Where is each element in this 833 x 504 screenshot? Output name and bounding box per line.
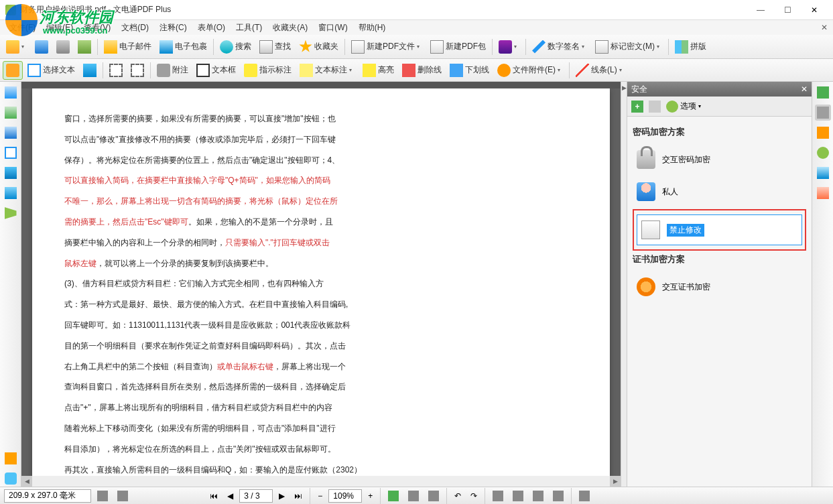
facing-button[interactable] xyxy=(529,489,547,503)
save-button[interactable] xyxy=(31,38,52,56)
scheme-no-modify-highlighted[interactable]: 禁止修改 xyxy=(633,209,806,251)
tab-strip xyxy=(21,82,621,88)
hand-tool-button[interactable] xyxy=(3,61,23,80)
select-image-button[interactable] xyxy=(80,61,100,80)
picture-icon xyxy=(817,167,829,179)
continuous-button[interactable] xyxy=(509,489,527,503)
find-button[interactable]: 查找 xyxy=(256,38,294,56)
scan-icon xyxy=(78,40,91,54)
tags-panel-button[interactable] xyxy=(3,205,19,221)
status-btn-2[interactable] xyxy=(114,489,131,503)
highlight-button[interactable]: 高亮 xyxy=(359,61,397,80)
doc-close-button[interactable]: ✕ xyxy=(821,23,828,32)
person-tab-button[interactable] xyxy=(815,145,831,161)
add-scheme-button[interactable]: + xyxy=(631,101,643,113)
file-attachment-button[interactable]: 文件附件(E)▾ xyxy=(494,61,566,80)
lock-icon xyxy=(637,150,655,169)
line-tool-button[interactable]: 线条(L)▾ xyxy=(572,61,628,80)
callout-button[interactable]: 指示标注 xyxy=(241,61,295,80)
horizontal-scrollbar[interactable]: ◀ ▶ xyxy=(21,476,621,487)
last-page-button[interactable]: ⏭ xyxy=(291,489,306,503)
maximize-button[interactable]: ☐ xyxy=(774,0,801,20)
menu-view[interactable]: 查看(V) xyxy=(78,21,116,35)
menu-form[interactable]: 表单(O) xyxy=(192,21,231,35)
digital-sign-button[interactable]: 数字签名▾ xyxy=(529,38,590,56)
fullscreen-button[interactable] xyxy=(576,489,593,503)
menu-document[interactable]: 文档(D) xyxy=(116,21,154,35)
layers-panel-button[interactable] xyxy=(3,165,19,181)
new-pdf-file-button[interactable]: 新建PDF文件▾ xyxy=(348,38,426,56)
menu-help[interactable]: 帮助(H) xyxy=(353,21,391,35)
textbox-button[interactable]: 文本框 xyxy=(193,61,239,80)
menu-favorites[interactable]: 收藏夹(A) xyxy=(267,21,313,35)
new-pdf-package-button[interactable]: 新建PDF包 xyxy=(427,38,489,56)
facing-continuous-button[interactable] xyxy=(550,489,567,503)
bookmarks-panel-button[interactable] xyxy=(3,105,19,121)
outline-panel-button[interactable] xyxy=(3,185,19,201)
separator xyxy=(380,488,381,504)
actual-size-button[interactable] xyxy=(425,489,442,503)
package-button[interactable]: 电子包裹 xyxy=(156,38,210,56)
text-markup-button[interactable]: 文本标注▾ xyxy=(296,61,358,80)
menu-edit[interactable]: 编辑(E) xyxy=(41,21,78,35)
zoom-out-button[interactable]: − xyxy=(314,489,326,503)
open-button[interactable]: ▾ xyxy=(3,38,30,56)
rotate-cw-button[interactable]: ↷ xyxy=(467,489,480,503)
bookmark-tab-button[interactable] xyxy=(815,125,831,141)
doc-text: 鼠标左键，就可以将上一个分录的摘要复制到该摘要栏中。 xyxy=(64,253,578,274)
first-page-button[interactable]: ⏮ xyxy=(206,489,221,503)
scheme-interactive-password[interactable]: 交互密码加密 xyxy=(633,145,806,174)
prev-page-button[interactable]: ◀ xyxy=(224,489,237,503)
scheme-interactive-certificate[interactable]: 交互证书加密 xyxy=(633,272,806,302)
delete-scheme-button[interactable] xyxy=(649,101,661,113)
image-tab-button[interactable] xyxy=(815,165,831,181)
next-page-button[interactable]: ▶ xyxy=(275,489,288,503)
zoom-in-button[interactable]: + xyxy=(365,489,376,503)
status-btn-1[interactable] xyxy=(94,489,111,503)
thumbnails-panel-button[interactable] xyxy=(3,145,19,161)
imposition-button[interactable]: 拼版 xyxy=(671,38,710,56)
menu-comment[interactable]: 注释(C) xyxy=(154,21,192,35)
zoom-field[interactable]: 109% xyxy=(328,489,362,503)
scheme-private[interactable]: 私人 xyxy=(633,177,806,206)
menu-file[interactable]: 文件(F) xyxy=(4,21,41,35)
clipboard-button[interactable] xyxy=(127,61,147,80)
underline-button[interactable]: 下划线 xyxy=(446,61,493,80)
panel-collapse-bar[interactable]: ▶ xyxy=(621,82,627,487)
security-button[interactable]: ▾ xyxy=(495,38,523,56)
scroll-left-button[interactable]: ◀ xyxy=(21,476,32,487)
redact-icon xyxy=(595,40,608,54)
panel-close-button[interactable]: ✕ xyxy=(801,84,808,94)
scroll-track[interactable] xyxy=(32,476,610,487)
pages-panel-button[interactable] xyxy=(3,84,19,101)
signatures-panel-button[interactable] xyxy=(3,450,19,466)
redact-button[interactable]: 标记密文(M)▾ xyxy=(592,38,665,56)
options-button[interactable]: 选项▾ xyxy=(666,101,701,113)
check-panel-button[interactable] xyxy=(815,84,831,101)
fit-width-button[interactable] xyxy=(385,489,402,503)
security-tab-button[interactable] xyxy=(815,105,831,121)
rotate-ccw-button[interactable]: ↶ xyxy=(451,489,464,503)
document-scroll[interactable]: 窗口，选择所需要的摘要，如果没有所需要的摘要，可以直接"增加"按钮；也 可以点击… xyxy=(21,88,621,476)
email-button[interactable]: 电子邮件 xyxy=(101,38,155,56)
note-button[interactable]: 附注 xyxy=(153,61,192,80)
page-number-field[interactable]: 3 / 3 xyxy=(239,489,273,503)
menu-tool[interactable]: 工具(T) xyxy=(231,21,267,35)
scheme-no-modify-selected[interactable]: 禁止修改 xyxy=(637,214,802,245)
print-button[interactable] xyxy=(53,38,73,56)
minimize-button[interactable]: — xyxy=(747,0,774,20)
strikeout-button[interactable]: 删除线 xyxy=(399,61,445,80)
scroll-right-button[interactable]: ▶ xyxy=(610,476,621,487)
fit-page-button[interactable] xyxy=(405,489,422,503)
favorites-button[interactable]: 收藏夹 xyxy=(296,38,342,56)
comments-panel-button[interactable] xyxy=(3,125,19,141)
scan-button[interactable] xyxy=(74,38,94,56)
snapshot-button[interactable] xyxy=(106,61,126,80)
stamp-tab-button[interactable] xyxy=(815,185,831,201)
close-button[interactable]: ✕ xyxy=(801,0,828,20)
chat-panel-button[interactable] xyxy=(3,470,19,487)
search-button[interactable]: 搜索 xyxy=(216,38,255,56)
menu-window[interactable]: 窗口(W) xyxy=(313,21,353,35)
single-page-button[interactable] xyxy=(489,489,507,503)
select-text-button[interactable]: 选择文本 xyxy=(24,61,78,80)
